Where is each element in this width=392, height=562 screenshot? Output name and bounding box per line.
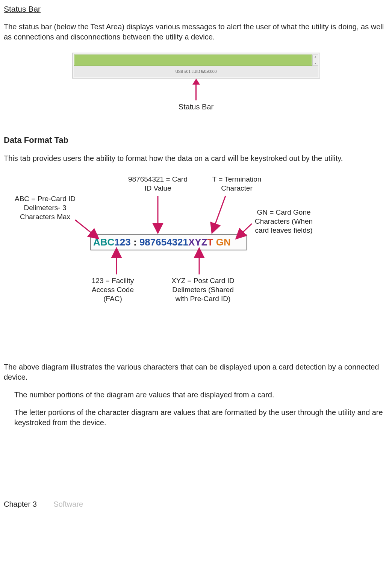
ann-xyz: XYZ = Post Card ID Delimeters (Shared wi…: [169, 276, 237, 303]
ann-fac: 123 = Facility Access Code (FAC): [83, 276, 143, 303]
status-bar-figure: ▴▾ USB #01 LUID 6/0x0000 Status Bar: [72, 53, 320, 112]
code-t: T: [207, 236, 213, 248]
ann-t: T = Termination Character: [207, 175, 267, 193]
code-card: 987654321: [139, 236, 188, 248]
code-sep: :: [133, 236, 137, 248]
code-sample-box: ABC123 : 987654321XYZT GN: [90, 234, 247, 250]
ann-abc: ABC = Pre-Card ID Delimeters- 3 Characte…: [11, 194, 79, 221]
ann-gn: GN = Card Gone Characters (When card lea…: [250, 208, 318, 235]
code-xyz: XYZ: [188, 236, 207, 248]
data-format-diagram: ABC = Pre-Card ID Delimeters- 3 Characte…: [4, 171, 388, 344]
diagram-explain-2: The number portions of the diagram are v…: [14, 390, 388, 400]
svg-line-4: [212, 196, 226, 232]
code-abc: ABC: [93, 236, 114, 248]
status-bar-description: The status bar (below the Test Area) dis…: [4, 22, 388, 42]
svg-marker-0: [192, 79, 200, 85]
status-bar-caption: Status Bar: [179, 102, 213, 112]
data-format-description: This tab provides users the ability to f…: [4, 153, 388, 164]
diagram-explain-3: The letter portions of the character dia…: [14, 407, 388, 428]
status-bar-strip: USB #01 LUID 6/0x0000: [74, 66, 318, 77]
code-gn: GN: [216, 236, 231, 248]
page-footer: Chapter 3 Software: [4, 499, 388, 509]
diagram-explain-1: The above diagram illustrates the variou…: [4, 362, 388, 382]
ann-card: 987654321 = Card ID Value: [128, 175, 188, 193]
footer-section: Software: [53, 500, 83, 508]
data-format-heading: Data Format Tab: [4, 135, 388, 146]
code-fac: 123: [114, 236, 130, 248]
footer-chapter: Chapter 3: [4, 500, 37, 508]
status-bar-heading: Status Bar: [4, 4, 388, 14]
